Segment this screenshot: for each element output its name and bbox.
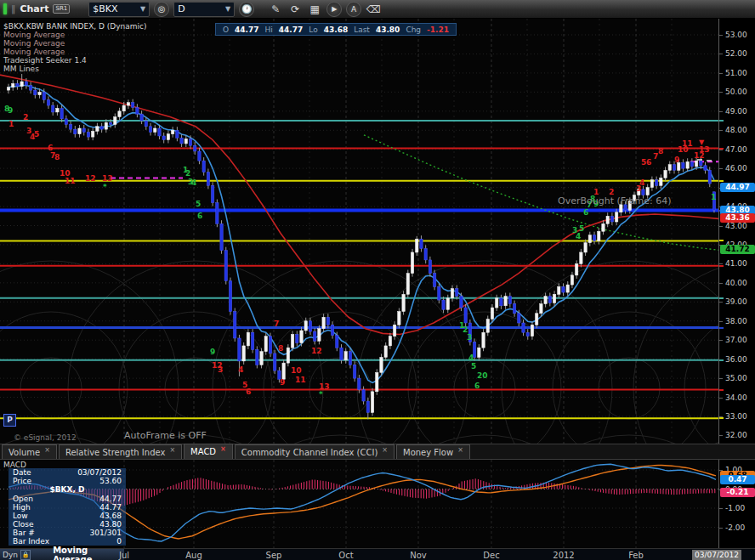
level-axis-tick bbox=[719, 120, 724, 122]
seeker-count-green: 6 bbox=[474, 382, 480, 390]
legend-ma2[interactable]: Moving Average bbox=[3, 39, 147, 48]
candle-body bbox=[211, 185, 213, 202]
candle-body bbox=[660, 178, 662, 185]
mm-circle bbox=[599, 358, 660, 419]
symbol-combo[interactable]: $BKX ▼ bbox=[88, 2, 150, 17]
seeker-count-red: 11 bbox=[295, 376, 306, 384]
candle-body bbox=[242, 346, 245, 361]
candle-body bbox=[411, 252, 413, 274]
candle-body bbox=[122, 105, 125, 111]
candle-body bbox=[575, 263, 577, 274]
legend-ma1[interactable]: Moving Average bbox=[3, 31, 147, 39]
tab-relative-strength-index[interactable]: Relative Strength Index× bbox=[59, 444, 182, 459]
symbol-value: $BKX bbox=[93, 3, 117, 14]
reload-button[interactable]: ⟳ bbox=[287, 2, 303, 17]
symbol-lookup-button[interactable]: ◎ bbox=[154, 2, 169, 17]
draw-tool-button[interactable]: ✎ bbox=[268, 2, 283, 17]
legend-seeker[interactable]: Tradesight Seeker 1.4 bbox=[3, 56, 147, 65]
time-axis-label: Dec bbox=[483, 551, 499, 560]
layout-button[interactable]: ▦ bbox=[307, 2, 322, 17]
macd-value-flag: -0.21 bbox=[720, 488, 755, 497]
reload-icon: ⟳ bbox=[291, 3, 299, 15]
seeker-count-red: 7 bbox=[274, 320, 279, 328]
tab-commodity-channel-index-cci-[interactable]: Commodity Channel Index (CCI)× bbox=[235, 444, 395, 459]
seeker-count-red: 8 bbox=[658, 147, 663, 156]
seeker-count-red: 12 bbox=[311, 347, 322, 355]
candle-body bbox=[504, 297, 507, 306]
macd-axis[interactable]: 1.000.00-1.00-2.000.680.47-0.21 bbox=[718, 460, 755, 548]
eraser-button[interactable]: ⌫ bbox=[366, 2, 381, 17]
window-grip-icon[interactable]: || bbox=[11, 3, 14, 14]
interval-combo[interactable]: D ▼ bbox=[173, 2, 235, 17]
price-pane[interactable]: 1234567810111213123456789101112131234567… bbox=[0, 19, 718, 444]
legend-mmlines[interactable]: MM Lines bbox=[3, 65, 147, 73]
tab-close-icon[interactable]: × bbox=[44, 446, 50, 454]
open-value: 44.77 bbox=[235, 25, 258, 34]
target-icon: ◎ bbox=[158, 4, 166, 14]
tab-close-icon[interactable]: × bbox=[220, 445, 226, 453]
candle-body bbox=[566, 285, 569, 292]
seeker-count-red: 8 bbox=[278, 344, 283, 353]
seeker-count-green: * bbox=[319, 390, 323, 399]
price-chart-canvas[interactable]: 1234567810111213123456789101112131234567… bbox=[0, 19, 718, 444]
seeker-count-green: 2 bbox=[185, 169, 190, 178]
chevron-down-icon[interactable]: ▼ bbox=[140, 5, 145, 13]
price-axis[interactable]: 32.0033.0034.0035.0036.0037.0038.0039.00… bbox=[718, 19, 755, 444]
tab-close-icon[interactable]: × bbox=[457, 446, 463, 454]
seeker-count-green: 9 bbox=[8, 106, 13, 115]
candle-body bbox=[38, 92, 41, 94]
seeker-count-red: 11 bbox=[682, 139, 693, 148]
open-label: O bbox=[223, 25, 229, 34]
candle-body bbox=[535, 314, 537, 325]
play-button[interactable]: ▶ bbox=[326, 2, 342, 17]
candle-body bbox=[655, 180, 657, 186]
candle-body bbox=[571, 275, 573, 285]
tab-label: Volume bbox=[9, 448, 40, 457]
candle-body bbox=[478, 348, 480, 357]
pane-status-box: Dyn 🔒 Moving Average bbox=[0, 549, 124, 560]
time-template-button[interactable]: 🕐 bbox=[239, 2, 254, 17]
chevron-down-icon[interactable]: ▼ bbox=[225, 5, 230, 13]
selected-indicator-label: Moving Average bbox=[53, 546, 124, 560]
legend-ma3[interactable]: Moving Average bbox=[3, 48, 147, 56]
axis-tick-dash bbox=[719, 378, 723, 379]
databox-value: 53.60 bbox=[99, 477, 122, 485]
dyn-label[interactable]: Dyn bbox=[3, 551, 18, 559]
axis-tick-dash bbox=[719, 302, 723, 303]
macd-pane[interactable]: MACD Date03/07/2012Price53.60$BKX, DOpen… bbox=[0, 460, 718, 548]
candle-body bbox=[358, 378, 360, 389]
databox-label: Bar Index bbox=[13, 537, 49, 546]
axis-tick-dash bbox=[719, 340, 723, 341]
axis-tick-dash bbox=[719, 150, 723, 150]
seeker-count-red: 6 bbox=[246, 387, 251, 396]
tab-close-icon[interactable]: × bbox=[169, 446, 175, 454]
candle-body bbox=[606, 216, 609, 223]
candle-body bbox=[224, 251, 227, 281]
price-axis-label: 33.00 bbox=[725, 412, 747, 421]
axis-tick-dash bbox=[719, 321, 723, 322]
pointer-mode-badge[interactable]: P bbox=[3, 414, 16, 427]
lock-icon[interactable]: 🔒 bbox=[20, 550, 31, 560]
play-icon: ▶ bbox=[332, 5, 337, 13]
tab-volume[interactable]: Volume× bbox=[2, 444, 57, 459]
candle-body bbox=[553, 294, 555, 303]
tab-money-flow[interactable]: Money Flow× bbox=[396, 444, 470, 459]
tab-macd[interactable]: MACD× bbox=[184, 444, 233, 459]
databox-label: Open bbox=[13, 495, 33, 503]
databox-label: Price bbox=[13, 477, 31, 485]
axis-tick-dash bbox=[719, 35, 723, 36]
candle-body bbox=[16, 83, 19, 86]
last-label: Last bbox=[354, 25, 370, 34]
autoscale-button[interactable]: A bbox=[346, 2, 361, 17]
databox-value: 44.77 bbox=[99, 503, 122, 512]
level-axis-tick bbox=[719, 327, 724, 329]
candle-body bbox=[331, 325, 333, 335]
seeker-count-red: 10 bbox=[291, 366, 302, 375]
moving-average-green[interactable] bbox=[364, 135, 718, 250]
candle-body bbox=[686, 161, 689, 168]
candle-body bbox=[256, 349, 258, 365]
tab-close-icon[interactable]: × bbox=[382, 446, 388, 454]
candle-body bbox=[167, 134, 169, 140]
candle-body bbox=[690, 161, 693, 167]
candle-body bbox=[251, 332, 253, 349]
